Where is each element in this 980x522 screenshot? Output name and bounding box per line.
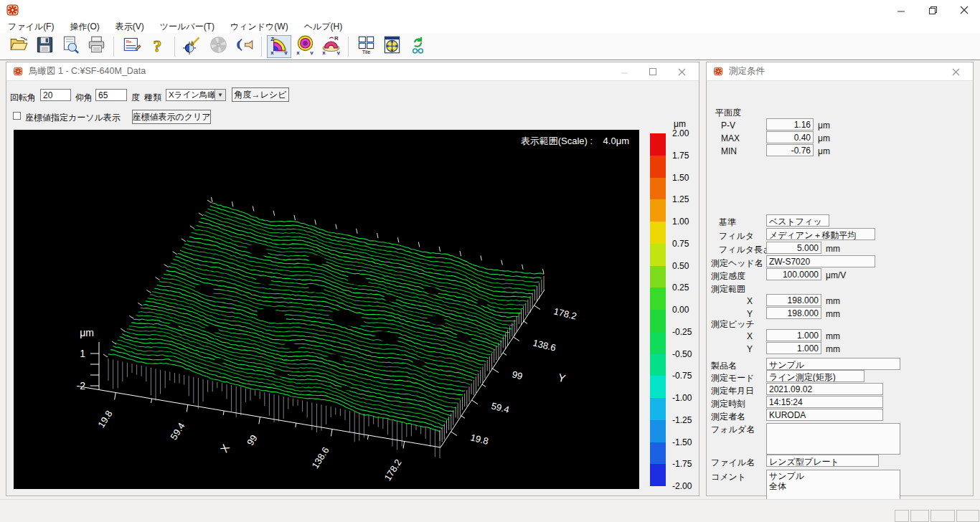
conditions-value-box[interactable]: レンズ型プレート <box>766 455 879 467</box>
birdview-minimize-button[interactable] <box>610 63 639 80</box>
conditions-unit-label: mm <box>826 296 840 306</box>
help-button[interactable]: ? <box>145 35 169 58</box>
tile-windows-button[interactable]: Tile <box>354 35 378 58</box>
svg-text:x: x <box>296 49 300 54</box>
save-button[interactable] <box>32 35 57 58</box>
coordinate-cursor-checkbox[interactable] <box>13 112 21 120</box>
colorbar-segment <box>650 442 666 465</box>
birdview-maximize-button[interactable] <box>639 63 667 80</box>
menu-item-0[interactable]: ファイル(F) <box>0 20 62 33</box>
status-cell <box>956 510 979 522</box>
conditions-value-box[interactable]: 0.40 <box>766 131 814 143</box>
open-button[interactable] <box>6 35 31 58</box>
svg-text:Tile: Tile <box>362 49 370 54</box>
restore-button[interactable] <box>917 0 948 20</box>
conditions-value-box[interactable]: 2021.09.02 <box>766 383 883 395</box>
conditions-value-box[interactable]: -0.76 <box>766 144 814 156</box>
measure-pointer-button[interactable] <box>180 35 204 58</box>
birdview-close-button[interactable] <box>667 63 696 80</box>
menu-item-1[interactable]: 操作(O) <box>62 20 107 33</box>
angle-to-recipe-button[interactable]: 角度→レシピ <box>232 87 289 102</box>
minimize-button[interactable] <box>885 0 917 20</box>
conditions-value-box[interactable]: 1.000 <box>766 342 821 354</box>
close-button[interactable] <box>948 0 980 20</box>
svg-text:y: y <box>336 49 340 54</box>
conditions-value-box[interactable]: 1.000 <box>766 329 821 341</box>
birdview-window-icon <box>13 66 24 77</box>
conditions-value-box[interactable]: サンプル <box>766 358 900 370</box>
colorbar-tick-label: 1.75 <box>672 151 689 161</box>
conditions-unit-label: μm/V <box>826 270 846 280</box>
conditions-section-label: 測定範囲 <box>711 283 745 295</box>
birdview-3d-plot[interactable]: μm1-219.859.499138.6178.2X19.859.499138.… <box>14 130 639 489</box>
print-preview-button[interactable] <box>58 35 83 58</box>
svg-text:1: 1 <box>80 348 85 359</box>
conditions-value-box[interactable]: 198.000 <box>766 294 821 306</box>
conditions-value-box[interactable]: 1.16 <box>766 118 814 130</box>
colorbar-tick-label: 1.25 <box>672 194 689 204</box>
colorbar-segment <box>650 310 666 332</box>
colorbar-segment <box>650 156 666 178</box>
colorbar-unit: μm <box>674 119 686 129</box>
elevation-label: 仰角 <box>75 92 93 104</box>
arrange-windows-button[interactable] <box>380 35 404 58</box>
conditions-value-box[interactable]: 198.000 <box>766 307 821 319</box>
report-button[interactable]: Re. <box>119 35 143 58</box>
redraw-button[interactable] <box>405 35 430 58</box>
colorbar-segment <box>650 376 666 398</box>
colorbar-tick-label: -0.25 <box>672 327 692 337</box>
clear-coordinate-display-button[interactable]: 座標値表示のクリア <box>132 110 211 124</box>
colorbar-tick-label: 0.25 <box>672 283 689 293</box>
chevron-down-icon[interactable]: ▼ <box>215 90 225 100</box>
colorbar-tick-label: -0.75 <box>672 371 692 381</box>
sound-button[interactable] <box>232 35 256 58</box>
surface-plot-svg: μm1-219.859.499138.6178.2X19.859.499138.… <box>14 130 639 489</box>
svg-text:-2: -2 <box>77 380 86 392</box>
colorbar-tick-label: -1.75 <box>672 459 692 469</box>
conditions-close-button[interactable] <box>941 63 970 80</box>
svg-text:?: ? <box>153 37 161 55</box>
conditions-value-box[interactable]: メディアン＋移動平均 <box>766 228 875 240</box>
svg-text:x: x <box>270 49 274 54</box>
conditions-field-label: フォルダ名 <box>711 424 755 436</box>
colorbar-tick-label: -0.50 <box>672 349 692 359</box>
birdview-3d-icon: Zxy <box>270 35 289 57</box>
conditions-value-box[interactable]: ベストフィット <box>766 214 829 227</box>
conditions-field-label: 製品名 <box>711 360 737 372</box>
fan-icon <box>209 35 228 57</box>
save-icon <box>35 35 55 57</box>
view-type-select[interactable]: Xライン鳥瞰図 ▼ <box>166 89 226 101</box>
conditions-unit-label: μm <box>818 146 830 156</box>
open-icon <box>9 35 29 57</box>
print-button[interactable] <box>84 35 108 58</box>
tile-windows-icon: Tile <box>357 35 376 57</box>
conditions-value-box[interactable]: 14:15:24 <box>766 396 883 408</box>
elevation-input[interactable] <box>95 89 127 101</box>
fan-button[interactable] <box>206 35 230 58</box>
menu-item-5[interactable]: ヘルプ(H) <box>296 20 351 33</box>
birdview-3d-button[interactable]: Zxy <box>267 35 291 58</box>
colorbar-segment <box>650 222 666 244</box>
colorbar-segment <box>650 199 666 222</box>
colorbar-segment <box>650 332 666 354</box>
contour-map-button[interactable]: xy <box>293 35 317 58</box>
profile-3d-button[interactable]: Rxy <box>319 35 343 58</box>
type-label: 種類 <box>144 92 161 104</box>
main-titlebar <box>0 0 980 20</box>
menu-item-3[interactable]: ツールバー(T) <box>152 20 222 33</box>
conditions-value-box[interactable] <box>766 423 900 455</box>
conditions-value-box[interactable]: KURODA <box>766 409 883 421</box>
svg-text:y: y <box>284 49 288 54</box>
conditions-value-box[interactable]: 100.0000 <box>766 268 821 280</box>
menu-item-2[interactable]: 表示(V) <box>108 20 152 33</box>
menu-item-4[interactable]: ウィンドウ(W) <box>222 20 296 33</box>
conditions-value-box[interactable]: 5.000 <box>766 242 821 254</box>
status-bar <box>0 499 980 522</box>
menu-bar: ファイル(F)操作(O)表示(V)ツールバー(T)ウィンドウ(W)ヘルプ(H) <box>0 20 980 33</box>
conditions-field-label: ファイル名 <box>711 457 755 469</box>
conditions-value-box[interactable]: ライン測定(矩形) <box>766 370 864 382</box>
toolbar-separator <box>261 37 262 57</box>
conditions-value-box[interactable]: ZW-S7020 <box>766 255 875 267</box>
scale-annotation: 表示範囲(Scale) : 4.0μm <box>521 136 629 146</box>
rotation-input[interactable] <box>40 89 71 101</box>
